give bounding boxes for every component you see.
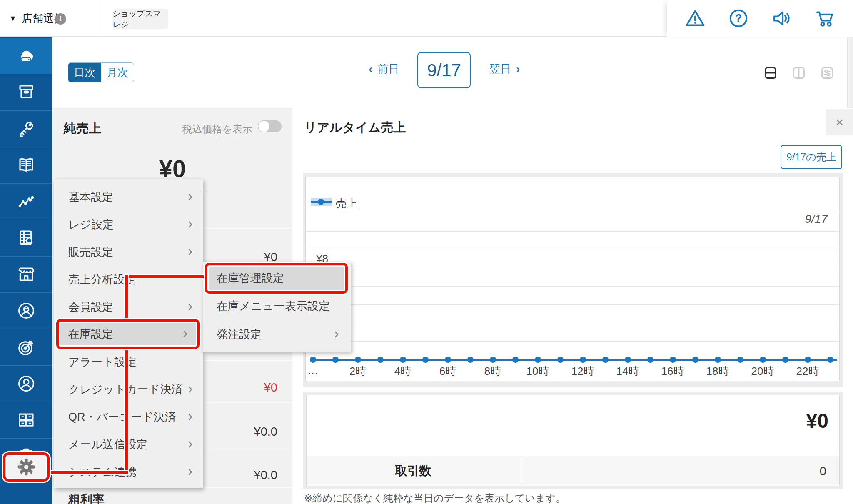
data-point-hour-3[interactable] <box>377 357 384 363</box>
x-axis-tick: 8時 <box>484 364 501 379</box>
settings-menu-item-8[interactable]: クレジットカード決済 <box>54 376 203 403</box>
settings-menu-item-5[interactable]: 会員設定 <box>54 293 203 321</box>
data-point-hour-12[interactable] <box>580 357 586 363</box>
inventory-submenu-item-2[interactable]: 在庫メニュー表示設定 <box>203 292 351 320</box>
inventory-settings-highlight[interactable]: 在庫設定 <box>56 319 200 349</box>
submenu-item-label: 在庫管理設定 <box>217 271 284 286</box>
sidebar-item-storefront[interactable] <box>0 256 52 293</box>
data-point-hour-15[interactable] <box>647 357 653 363</box>
settings-menu-item-10[interactable]: メール送信設定 <box>54 431 203 458</box>
data-point-hour-0[interactable] <box>310 357 316 363</box>
x-axis-tick: 16時 <box>661 364 684 379</box>
toggle-knob <box>258 120 270 132</box>
data-point-hour-20[interactable] <box>760 357 766 363</box>
realtime-sales-title: リアルタイム売上 <box>304 119 406 136</box>
data-point-hour-18[interactable] <box>715 357 721 363</box>
store-count-badge: 1 <box>55 13 66 25</box>
menu-item-label: 在庫設定 <box>68 327 113 342</box>
net-sales-total: ¥0 <box>52 155 292 182</box>
data-point-hour-16[interactable] <box>670 357 676 363</box>
x-axis-tick: 20時 <box>751 364 774 379</box>
storefront-icon <box>16 264 36 284</box>
sidebar-item-line-chart[interactable] <box>0 183 52 220</box>
gear-icon <box>17 457 36 477</box>
close-panel-button[interactable]: × <box>826 109 853 135</box>
stat-value: ¥0.0 <box>254 425 277 439</box>
sidebar-item-target[interactable] <box>0 329 52 366</box>
archive-box-icon <box>16 82 36 102</box>
gridline <box>306 341 839 342</box>
data-point-hour-6[interactable] <box>445 357 451 363</box>
drawers-icon <box>16 410 36 430</box>
sidebar-item-cloud[interactable] <box>0 38 52 74</box>
x-axis-tick: 6時 <box>439 364 456 379</box>
sidebar-item-key[interactable] <box>0 110 52 147</box>
sidebar-item-sheet-search[interactable] <box>0 220 52 256</box>
gridline <box>306 250 839 250</box>
sidebar-item-customer[interactable] <box>0 292 52 329</box>
x-axis-tick: 2時 <box>349 364 366 379</box>
data-point-hour-1[interactable] <box>332 357 339 363</box>
data-point-hour-4[interactable] <box>400 357 406 363</box>
data-point-hour-13[interactable] <box>602 357 609 363</box>
inventory-submenu-item-3[interactable]: 発注設定 <box>203 320 351 349</box>
header-divider <box>101 0 101 37</box>
data-point-hour-22[interactable] <box>805 357 811 363</box>
x-axis-tick: 10時 <box>526 364 549 379</box>
next-day-button[interactable]: 翌日 › <box>489 62 520 76</box>
settings-menu-item-4[interactable]: 売上分析設定 <box>54 266 203 293</box>
chevron-right-icon <box>186 385 195 394</box>
settings-menu-item-2[interactable]: レジ設定 <box>54 211 203 238</box>
data-point-hour-8[interactable] <box>490 357 496 363</box>
chevron-right-icon <box>186 440 195 449</box>
data-point-hour-10[interactable] <box>535 357 541 363</box>
tab-daily[interactable]: 日次 <box>68 63 101 82</box>
sidebar-item-drawers[interactable] <box>0 402 52 439</box>
settings-menu-item-7[interactable]: アラート設定 <box>54 348 203 376</box>
layout-split-vertical-icon[interactable] <box>791 65 806 80</box>
sidebar-item-staff[interactable] <box>0 365 52 402</box>
inventory-management-highlight[interactable]: 在庫管理設定 <box>205 263 348 294</box>
annotation-line-upper-vertical <box>125 275 128 320</box>
display-settings-sliders-icon[interactable] <box>820 65 835 80</box>
help-circle-icon[interactable]: ? <box>727 7 750 30</box>
x-axis-tick: 22時 <box>796 364 819 379</box>
data-point-hour-7[interactable] <box>467 357 474 363</box>
shop-name-chip[interactable]: ショップスマレジ <box>112 9 168 29</box>
data-point-hour-9[interactable] <box>512 357 519 363</box>
tax-toggle-switch[interactable] <box>258 120 282 132</box>
realtime-total-value: ¥0 <box>806 409 828 432</box>
cart-icon[interactable] <box>814 7 836 30</box>
legend-label[interactable]: 売上 <box>336 196 357 211</box>
prev-day-button[interactable]: ‹ 前日 <box>369 62 399 76</box>
settings-menu-item-9[interactable]: QR・バーコード決済 <box>54 403 203 431</box>
layout-split-horizontal-icon[interactable] <box>763 65 778 80</box>
chevron-right-icon <box>186 220 195 229</box>
date-display[interactable]: 9/17 <box>417 52 471 88</box>
warning-triangle-icon[interactable] <box>684 7 706 30</box>
data-point-hour-11[interactable] <box>557 357 564 363</box>
day-sales-button[interactable]: 9/17の売上 <box>781 145 842 169</box>
settings-menu-item-1[interactable]: 基本設定 <box>54 183 203 211</box>
book-icon <box>16 155 36 175</box>
stat-value-red: ¥0 <box>264 381 277 394</box>
announcement-speaker-icon[interactable] <box>771 7 793 30</box>
tab-monthly[interactable]: 月次 <box>101 63 134 82</box>
store-select-caret-icon: ▼ <box>9 14 17 23</box>
data-point-hour-23[interactable] <box>827 357 833 363</box>
annotation-line-bottom <box>49 471 128 474</box>
data-point-hour-5[interactable] <box>422 357 429 363</box>
data-point-hour-14[interactable] <box>625 357 631 363</box>
sidebar-item-archive-box[interactable] <box>0 74 52 110</box>
data-point-hour-2[interactable] <box>355 357 361 363</box>
sidebar-item-book[interactable] <box>0 147 52 183</box>
data-point-hour-21[interactable] <box>782 357 788 363</box>
data-point-hour-19[interactable] <box>737 357 743 363</box>
legend-dot-marker <box>318 199 324 205</box>
data-point-hour-17[interactable] <box>692 357 698 363</box>
cloud-icon <box>16 46 36 66</box>
settings-gear-annotation[interactable] <box>3 452 50 482</box>
gridline <box>306 268 839 268</box>
sales-series-line <box>310 359 837 361</box>
settings-menu-item-3[interactable]: 販売設定 <box>54 238 203 266</box>
